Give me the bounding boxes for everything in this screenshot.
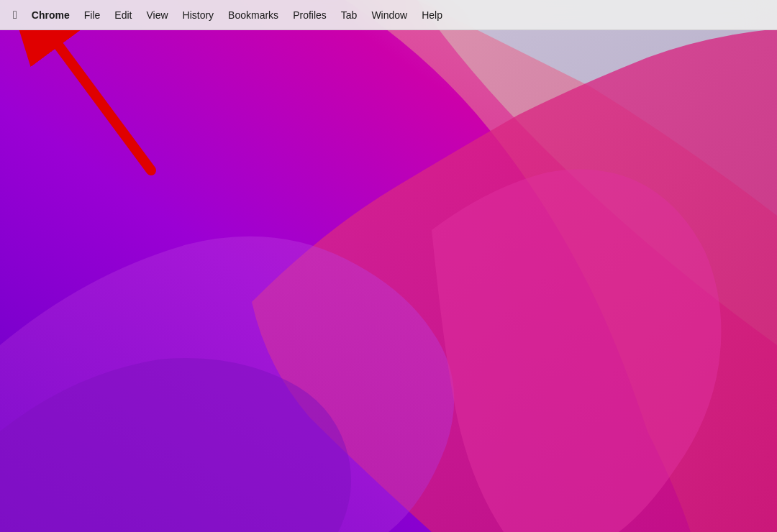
menu-view[interactable]: View — [139, 6, 175, 24]
menu-edit[interactable]: Edit — [107, 6, 139, 24]
menu-profiles[interactable]: Profiles — [286, 6, 334, 24]
menu-tab[interactable]: Tab — [334, 6, 365, 24]
desktop-background — [0, 0, 777, 532]
menu-window[interactable]: Window — [364, 6, 414, 24]
menu-bar:  Chrome File Edit View History Bookmark… — [0, 0, 777, 30]
menu-help[interactable]: Help — [414, 6, 450, 24]
apple-menu[interactable]:  — [6, 6, 24, 24]
menu-chrome[interactable]: Chrome — [24, 6, 77, 24]
menu-history[interactable]: History — [176, 6, 222, 24]
menu-bookmarks[interactable]: Bookmarks — [221, 6, 286, 24]
menu-file[interactable]: File — [77, 6, 108, 24]
